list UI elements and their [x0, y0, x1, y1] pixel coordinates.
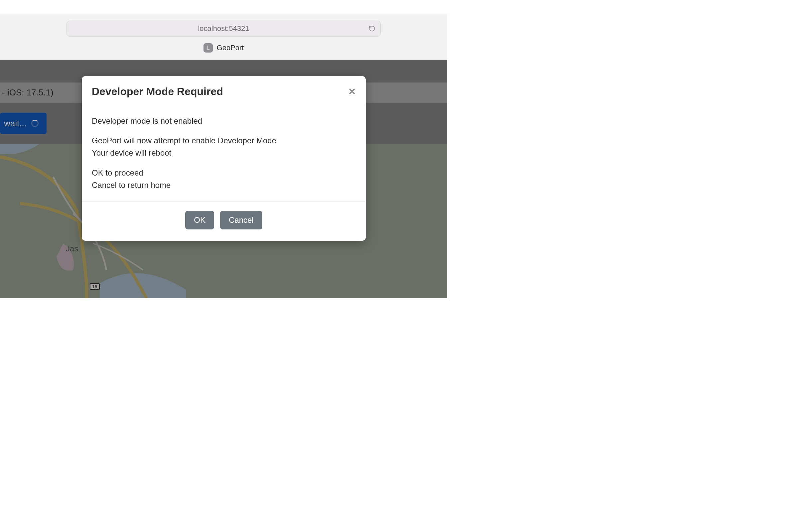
tab-favicon: L [204, 43, 213, 53]
url-text: localhost:54321 [198, 24, 249, 33]
page-content: - iOS: 17.5.1) wait... Jas 16 [0, 60, 447, 298]
toolbar-whitespace [0, 0, 447, 14]
modal-line-4: OK to proceed [92, 167, 356, 179]
modal-line-3: Your device will reboot [92, 147, 356, 159]
tab-row: L GeoPort [204, 43, 244, 53]
ok-button[interactable]: OK [185, 211, 214, 229]
close-icon[interactable]: ✕ [348, 87, 356, 96]
modal-line-5: Cancel to return home [92, 179, 356, 191]
developer-mode-modal: Developer Mode Required ✕ Developer mode… [82, 76, 366, 241]
cancel-button[interactable]: Cancel [220, 211, 262, 229]
modal-footer: OK Cancel [82, 202, 366, 241]
modal-line-2: GeoPort will now attempt to enable Devel… [92, 134, 356, 147]
modal-line-1: Developer mode is not enabled [92, 115, 356, 127]
browser-chrome: localhost:54321 L GeoPort [0, 0, 447, 60]
address-bar[interactable]: localhost:54321 [66, 21, 381, 37]
tab-title[interactable]: GeoPort [217, 43, 244, 52]
modal-header: Developer Mode Required ✕ [82, 76, 366, 106]
modal-title: Developer Mode Required [92, 86, 223, 98]
reload-icon[interactable] [368, 25, 376, 32]
modal-body: Developer mode is not enabled GeoPort wi… [82, 106, 366, 202]
